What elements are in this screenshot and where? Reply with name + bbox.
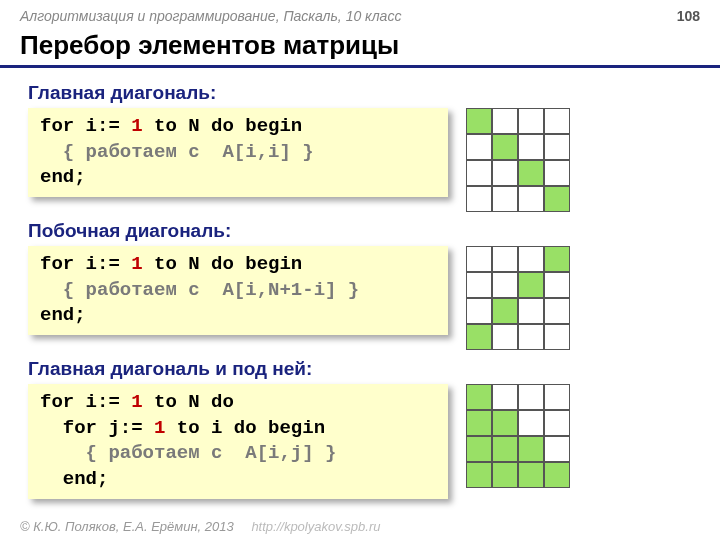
- matrix-cell: [544, 160, 570, 186]
- matrix-cell: [518, 324, 544, 350]
- section-label-3: Главная диагональ и под ней:: [28, 358, 700, 380]
- matrix-cell: [492, 410, 518, 436]
- matrix-cell: [492, 272, 518, 298]
- matrix-cell: [466, 246, 492, 272]
- matrix-cell: [466, 462, 492, 488]
- matrix-cell: [518, 186, 544, 212]
- matrix-cell: [492, 324, 518, 350]
- matrix-cell: [544, 410, 570, 436]
- content: Главная диагональ: for i:= 1 to N do beg…: [0, 68, 720, 499]
- matrix-cell: [466, 186, 492, 212]
- section-label-2: Побочная диагональ:: [28, 220, 700, 242]
- section-label-1: Главная диагональ:: [28, 82, 700, 104]
- matrix-cell: [544, 462, 570, 488]
- page-header: Алгоритмизация и программирование, Паска…: [0, 0, 720, 28]
- matrix-cell: [466, 436, 492, 462]
- matrix-cell: [518, 298, 544, 324]
- matrix-cell: [492, 186, 518, 212]
- footer: © К.Ю. Поляков, Е.А. Ерёмин, 2013 http:/…: [20, 519, 380, 534]
- matrix-cell: [518, 384, 544, 410]
- matrix-cell: [544, 298, 570, 324]
- matrix-cell: [492, 384, 518, 410]
- matrix-cell: [518, 272, 544, 298]
- page-number: 108: [677, 8, 700, 24]
- code-box-3: for i:= 1 to N do for j:= 1 to i do begi…: [28, 384, 448, 499]
- matrix-cell: [518, 462, 544, 488]
- matrix-cell: [492, 108, 518, 134]
- matrix-cell: [544, 384, 570, 410]
- code-box-1: for i:= 1 to N do begin { работаем с A[i…: [28, 108, 448, 197]
- copyright: © К.Ю. Поляков, Е.А. Ерёмин, 2013: [20, 519, 234, 534]
- matrix-cell: [492, 298, 518, 324]
- section-row-1: for i:= 1 to N do begin { работаем с A[i…: [28, 108, 700, 212]
- matrix-cell: [518, 134, 544, 160]
- code-box-2: for i:= 1 to N do begin { работаем с A[i…: [28, 246, 448, 335]
- matrix-cell: [466, 384, 492, 410]
- matrix-cell: [518, 108, 544, 134]
- matrix-cell: [544, 324, 570, 350]
- slide-title: Перебор элементов матрицы: [0, 28, 720, 68]
- course-label: Алгоритмизация и программирование, Паска…: [20, 8, 401, 24]
- matrix-cell: [544, 134, 570, 160]
- matrix-cell: [466, 298, 492, 324]
- matrix-cell: [466, 134, 492, 160]
- section-row-2: for i:= 1 to N do begin { работаем с A[i…: [28, 246, 700, 350]
- matrix-1: [466, 108, 570, 212]
- matrix-3: [466, 384, 570, 488]
- matrix-cell: [544, 436, 570, 462]
- matrix-cell: [492, 246, 518, 272]
- matrix-cell: [466, 272, 492, 298]
- matrix-cell: [492, 134, 518, 160]
- matrix-cell: [544, 186, 570, 212]
- matrix-cell: [544, 108, 570, 134]
- matrix-cell: [518, 410, 544, 436]
- section-row-3: for i:= 1 to N do for j:= 1 to i do begi…: [28, 384, 700, 499]
- matrix-cell: [492, 160, 518, 186]
- matrix-cell: [466, 160, 492, 186]
- matrix-cell: [544, 246, 570, 272]
- matrix-cell: [518, 436, 544, 462]
- matrix-2: [466, 246, 570, 350]
- matrix-cell: [466, 324, 492, 350]
- matrix-cell: [466, 410, 492, 436]
- matrix-cell: [466, 108, 492, 134]
- matrix-cell: [492, 436, 518, 462]
- footer-url: http://kpolyakov.spb.ru: [251, 519, 380, 534]
- matrix-cell: [518, 246, 544, 272]
- matrix-cell: [492, 462, 518, 488]
- matrix-cell: [544, 272, 570, 298]
- matrix-cell: [518, 160, 544, 186]
